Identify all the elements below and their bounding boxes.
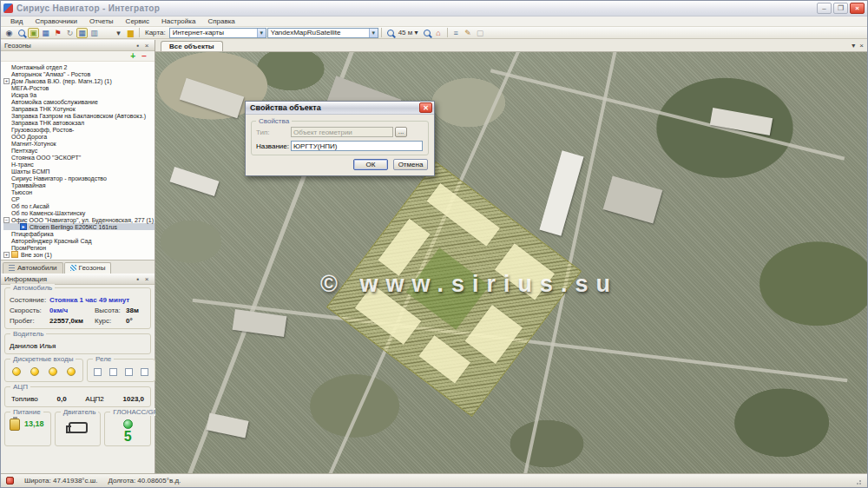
relay-checkbox-4[interactable] bbox=[141, 368, 148, 376]
map-tab-all-objects[interactable]: Все объекты bbox=[161, 41, 223, 51]
dialog-close-button[interactable]: ✕ bbox=[419, 102, 432, 113]
tree-item[interactable]: МЕГА-Ростов bbox=[3, 84, 155, 91]
tree-item[interactable]: Грузовозофф, Ростов- bbox=[3, 126, 155, 133]
tree-item[interactable]: Автомойка самообслуживание bbox=[3, 98, 155, 105]
menu-item-3[interactable]: Сервис bbox=[120, 17, 155, 25]
map-source-combobox[interactable]: Интернет-карты ▼ bbox=[169, 28, 266, 38]
dialog-title-bar[interactable]: Свойства объекта ✕ bbox=[246, 102, 434, 115]
window-controls: –❐× bbox=[817, 3, 865, 14]
geozones-panel-header: Геозоны ▪ × bbox=[1, 40, 155, 51]
tree-item[interactable]: ООО Дорога bbox=[3, 133, 155, 140]
tree-item-label: Заправка ТНК автовокзал bbox=[11, 120, 84, 126]
tree-item[interactable]: Магнит-Хотунок bbox=[3, 140, 155, 147]
tree-item[interactable]: Заправка Газпром на Баклановском (Автово… bbox=[3, 112, 155, 119]
remove-geozone-button[interactable]: − bbox=[141, 52, 147, 61]
tree-item[interactable]: Н-транс bbox=[3, 161, 155, 168]
tree-item[interactable]: Птицефабрика bbox=[3, 230, 155, 237]
position-icon[interactable]: ◉ bbox=[3, 28, 15, 38]
chevron-down-icon[interactable]: ▼ bbox=[369, 29, 378, 37]
menu-item-4[interactable]: Настройка bbox=[155, 17, 201, 25]
tree-item[interactable]: Тьюсон bbox=[3, 188, 155, 195]
relay-checkbox-3[interactable] bbox=[125, 368, 133, 376]
close-button[interactable]: × bbox=[850, 3, 865, 14]
zoom-out-icon[interactable] bbox=[421, 28, 432, 38]
home-icon[interactable]: ⌂ bbox=[433, 28, 444, 38]
vehicle-menu-arrow-icon[interactable]: ▾ bbox=[113, 28, 124, 38]
tree-item[interactable]: +Дом Лыкова В.Ю. (пер. Магн.12) (1) bbox=[3, 77, 155, 84]
tree-item[interactable]: +Вне зон (1) bbox=[3, 251, 155, 258]
menu-item-1[interactable]: Справочники bbox=[29, 17, 82, 25]
tracks-icon[interactable]: ▥ bbox=[89, 28, 100, 38]
menu-item-2[interactable]: Отчеты bbox=[83, 17, 120, 25]
engine-group-label: Двигатель bbox=[61, 408, 99, 416]
tree-item[interactable]: Стоянка ООО "ЭСКОРТ" bbox=[3, 154, 155, 161]
tree-item[interactable]: Искра 9а bbox=[3, 91, 155, 98]
geozone-building bbox=[465, 305, 523, 364]
tree-item-label: Пентхаус bbox=[11, 148, 37, 154]
name-input[interactable] bbox=[291, 141, 423, 151]
relay-checkbox-1[interactable] bbox=[94, 368, 102, 376]
left-panel: Геозоны ▪ × + − Монтажный отдел 2Авторын… bbox=[1, 40, 155, 473]
ok-button[interactable]: ОК bbox=[353, 159, 388, 170]
tree-item[interactable]: Об по г.Аксай bbox=[3, 202, 155, 209]
tree-item[interactable]: ПромРегион bbox=[3, 244, 155, 251]
blank-icon[interactable]: ▢ bbox=[475, 28, 486, 38]
refresh-icon[interactable]: ↻ bbox=[64, 28, 76, 38]
search-icon[interactable] bbox=[16, 28, 27, 38]
type-label: Тип: bbox=[256, 129, 291, 136]
tree-item[interactable]: Шахты БСМП bbox=[3, 168, 155, 175]
tree-item[interactable]: СР bbox=[3, 195, 155, 202]
menu-item-0[interactable]: Вид bbox=[4, 17, 29, 25]
flag-icon[interactable]: ⚑ bbox=[52, 28, 63, 38]
resize-grip[interactable] bbox=[853, 477, 862, 485]
relay-group-label: Реле bbox=[93, 355, 114, 363]
relay-checkbox-2[interactable] bbox=[109, 368, 117, 376]
tab-vehicles[interactable]: Автомобили bbox=[3, 262, 63, 274]
driver-name: Данилов Илья bbox=[10, 342, 56, 350]
tree-item[interactable]: Пентхаус bbox=[3, 147, 155, 154]
info-panel-title: Информация bbox=[4, 275, 134, 283]
menu-item-5[interactable]: Справка bbox=[201, 17, 240, 25]
chart-icon[interactable]: ▆ bbox=[125, 28, 136, 38]
pin-icon[interactable]: ▪ bbox=[134, 42, 142, 49]
chevron-down-icon[interactable]: ▼ bbox=[257, 29, 266, 37]
tree-item[interactable]: Об по Каменск-Шахтинску bbox=[3, 209, 155, 216]
expand-icon[interactable]: + bbox=[3, 78, 10, 84]
tab-list-chevron-icon[interactable]: ▾ bbox=[852, 42, 855, 49]
tree-item[interactable]: Монтажный отдел 2 bbox=[3, 63, 155, 70]
cancel-button[interactable]: Отмена bbox=[393, 159, 428, 170]
tree-item[interactable]: Авторейнджер Красный Сад bbox=[3, 237, 155, 244]
close-icon[interactable]: × bbox=[142, 42, 151, 49]
gps-group: ГЛОНАСС/GPS 5 bbox=[104, 412, 151, 446]
map-mode-icon[interactable]: ▦ bbox=[76, 28, 88, 38]
close-icon[interactable]: × bbox=[142, 275, 151, 283]
find-object-icon[interactable]: ▦ bbox=[40, 28, 51, 38]
zoom-in-icon[interactable] bbox=[385, 28, 396, 38]
add-geozone-button[interactable]: + bbox=[130, 52, 135, 61]
tree-item-label: Тьюсон bbox=[11, 189, 32, 195]
collapse-icon[interactable]: − bbox=[3, 217, 10, 223]
tree-item[interactable]: Авторынок "Алмаз" - Ростов bbox=[3, 70, 155, 77]
satellite-icon bbox=[123, 419, 133, 429]
tab-close-icon[interactable]: × bbox=[859, 42, 864, 49]
tree-item[interactable]: Заправка ТНК автовокзал bbox=[3, 119, 155, 126]
expand-icon[interactable]: + bbox=[3, 252, 10, 258]
type-browse-button[interactable]: ... bbox=[395, 127, 407, 137]
geozones-toggle-icon[interactable]: ▣ bbox=[28, 28, 39, 38]
tree-item[interactable]: Заправка ТНК Хотунок bbox=[3, 105, 155, 112]
tab-geozones[interactable]: Геозоны bbox=[64, 262, 112, 274]
tree-item[interactable]: Трамвайная bbox=[3, 181, 155, 188]
adc2-label: АЦП2 bbox=[85, 395, 103, 403]
restore-button[interactable]: ❐ bbox=[833, 3, 848, 14]
tree-item[interactable]: Сириус Навигатор - производство bbox=[3, 175, 155, 181]
pin-icon[interactable]: ▪ bbox=[134, 275, 142, 283]
minimize-button[interactable]: – bbox=[817, 3, 832, 14]
tree-item[interactable]: ▸Citroen Berlingo Е205КС 161rus bbox=[3, 223, 155, 230]
map-scale-dropdown[interactable]: 45 м ▾ bbox=[397, 29, 420, 36]
tab-label: Автомобили bbox=[17, 264, 57, 272]
map-layer-combobox[interactable]: YandexMapRuSatellite ▼ bbox=[267, 28, 378, 38]
list-icon[interactable]: ≡ bbox=[450, 28, 462, 38]
tree-item[interactable]: −Офис ООО "Навигатор", ул. Буденновская,… bbox=[3, 216, 155, 223]
edit-icon[interactable]: ✎ bbox=[463, 28, 474, 38]
vehicle-menu-icon[interactable] bbox=[101, 28, 112, 38]
